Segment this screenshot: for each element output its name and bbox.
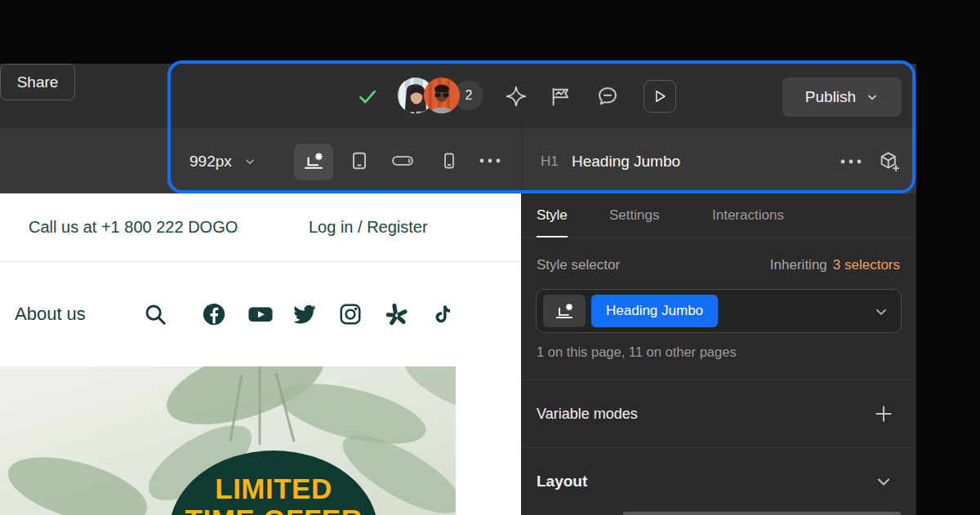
breakpoint-phone-landscape-button[interactable] bbox=[392, 150, 413, 171]
saved-check-icon bbox=[357, 86, 378, 107]
style-selector-header: Style selector Inheriting 3 selectors bbox=[521, 251, 916, 280]
yelp-icon[interactable] bbox=[385, 302, 409, 326]
tiktok-icon[interactable] bbox=[429, 302, 453, 326]
youtube-icon[interactable] bbox=[247, 302, 271, 326]
variable-modes-label: Variable modes bbox=[537, 380, 638, 447]
desktop-breakpoint-icon bbox=[554, 300, 575, 322]
tab-style[interactable]: Style bbox=[537, 193, 568, 238]
desktop-breakpoint-icon bbox=[302, 149, 325, 172]
class-usage-text: 1 on this page, 11 on other pages bbox=[537, 344, 737, 360]
panel-tabs: Style Settings Interactions bbox=[521, 193, 916, 238]
badge-line-1: LIMITED bbox=[215, 473, 332, 504]
site-nav-bar: About us bbox=[0, 262, 521, 366]
inheriting-info: Inheriting 3 selectors bbox=[770, 251, 900, 280]
site-utility-bar: Call us at +1 800 222 DOGO Log in / Regi… bbox=[0, 193, 521, 261]
chevron-down-icon bbox=[243, 155, 256, 168]
webflow-designer: 2 Share Publish 992px bbox=[0, 0, 980, 515]
inheriting-selectors-link[interactable]: 3 selectors bbox=[833, 257, 900, 273]
comments-icon[interactable] bbox=[596, 85, 619, 108]
top-toolbar: 2 Share Publish bbox=[0, 64, 916, 127]
breakpoint-desktop-active-button[interactable] bbox=[294, 144, 333, 180]
breakpoint-width-value: 992px bbox=[189, 153, 232, 171]
selected-element-tag: H1 bbox=[541, 128, 559, 194]
breakpoint-width-select[interactable]: 992px bbox=[189, 128, 256, 194]
site-about-link[interactable]: About us bbox=[15, 262, 86, 366]
add-variable-mode-icon[interactable] bbox=[872, 402, 895, 425]
tab-interactions[interactable]: Interactions bbox=[712, 193, 784, 238]
toolbar-divider bbox=[522, 128, 523, 194]
hero-image: LIMITED TIME OFFER bbox=[0, 366, 456, 515]
style-panel: Style Settings Interactions Style select… bbox=[521, 193, 916, 515]
badge-line-2: TIME OFFER bbox=[185, 504, 363, 515]
element-settings-icon[interactable] bbox=[840, 158, 862, 166]
layout-section-label: Layout bbox=[537, 448, 587, 515]
collaborator-avatar[interactable] bbox=[424, 78, 460, 113]
breakpoint-phone-portrait-button[interactable] bbox=[439, 150, 460, 171]
breakpoint-indicator-chip bbox=[543, 295, 586, 327]
ai-sparkle-icon[interactable] bbox=[504, 84, 528, 109]
more-breakpoints-icon[interactable] bbox=[479, 155, 501, 166]
site-login-link[interactable]: Log in / Register bbox=[309, 193, 428, 261]
collapse-layout-icon[interactable] bbox=[872, 470, 895, 493]
inheriting-text: Inheriting bbox=[770, 257, 827, 273]
publish-button[interactable]: Publish bbox=[782, 78, 902, 117]
publish-label: Publish bbox=[805, 88, 856, 106]
twitter-icon[interactable] bbox=[292, 302, 316, 326]
chevron-down-icon bbox=[866, 91, 879, 104]
share-button[interactable]: Share bbox=[0, 64, 75, 100]
preview-button[interactable] bbox=[644, 80, 676, 113]
style-selector-field[interactable]: Heading Jumbo bbox=[536, 289, 902, 333]
variable-modes-section: Variable modes bbox=[521, 380, 916, 447]
create-component-icon[interactable] bbox=[877, 149, 902, 174]
instagram-icon[interactable] bbox=[338, 302, 363, 326]
chevron-down-icon[interactable] bbox=[873, 304, 889, 320]
style-selector-label: Style selector bbox=[537, 251, 620, 280]
layout-section: Layout bbox=[521, 448, 916, 515]
layout-control-peek bbox=[623, 512, 901, 515]
facebook-icon[interactable] bbox=[202, 302, 226, 326]
selected-class-pill[interactable]: Heading Jumbo bbox=[591, 295, 718, 327]
search-icon[interactable] bbox=[143, 302, 167, 326]
canvas-toolbar: 992px H1 Heading Jumbo bbox=[0, 127, 916, 193]
tab-settings[interactable]: Settings bbox=[609, 193, 659, 238]
audit-flag-icon[interactable] bbox=[550, 85, 572, 108]
breakpoint-tablet-button[interactable] bbox=[349, 150, 370, 171]
site-canvas: Call us at +1 800 222 DOGO Log in / Regi… bbox=[0, 193, 521, 515]
site-phone-link[interactable]: Call us at +1 800 222 DOGO bbox=[29, 193, 238, 261]
selected-element-name[interactable]: Heading Jumbo bbox=[572, 128, 680, 194]
